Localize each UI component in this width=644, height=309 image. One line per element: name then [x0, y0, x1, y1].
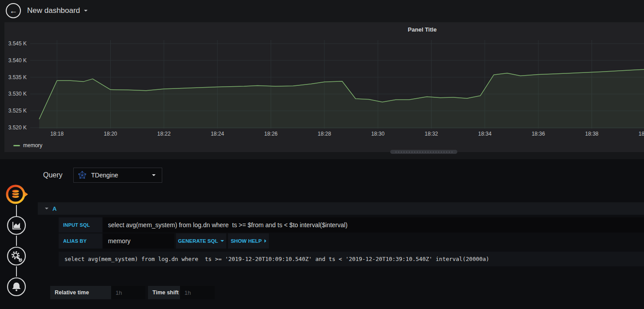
navbar: ← New dashboard [0, 0, 644, 21]
svg-text:18:20: 18:20 [104, 131, 117, 137]
query-ref-collapse[interactable]: A [38, 202, 644, 215]
svg-text:18:38: 18:38 [585, 131, 598, 137]
generate-sql-button[interactable]: GENERATE SQL [176, 233, 226, 249]
svg-text:18:24: 18:24 [211, 131, 224, 137]
legend-item-memory[interactable]: memory [13, 142, 42, 148]
dashboard-area: Panel Title 3.545 K3.540 K3.535 K3.530 K… [0, 21, 644, 159]
tab-connector [16, 205, 17, 217]
time-shift-field[interactable] [180, 286, 215, 299]
panel-resize-handle[interactable] [390, 150, 457, 154]
chevron-right-icon [264, 239, 266, 243]
svg-text:18:30: 18:30 [371, 131, 384, 137]
chevron-down-icon [220, 240, 224, 242]
svg-text:18:32: 18:32 [424, 131, 438, 137]
chevron-down-icon [152, 174, 156, 176]
graph-panel: Panel Title 3.545 K3.540 K3.535 K3.530 K… [4, 22, 644, 152]
svg-text:18:18: 18:18 [50, 131, 64, 137]
tab-connector [16, 236, 17, 246]
sidebar-tab-general[interactable] [7, 246, 26, 266]
generate-sql-label: GENERATE SQL [178, 238, 218, 244]
tab-connector [16, 266, 17, 277]
datasource-picker[interactable]: TDengine [73, 168, 162, 183]
legend-series-dash [13, 145, 20, 146]
back-button[interactable]: ← [6, 3, 21, 18]
back-arrow-icon: ← [9, 6, 17, 16]
input-sql-label: INPUT SQL [59, 217, 102, 233]
query-ref-letter: A [52, 205, 56, 212]
sidebar-tab-alert[interactable] [7, 277, 26, 297]
time-shift-label: Time shift [148, 286, 180, 299]
svg-text:18:26: 18:26 [264, 131, 277, 137]
alias-by-label: ALIAS BY [59, 233, 102, 249]
svg-text:18:34: 18:34 [478, 131, 492, 137]
relative-time-field[interactable] [111, 286, 145, 299]
svg-text:3.530 K: 3.530 K [8, 91, 27, 97]
generated-sql-preview: select avg(mem_system) from log.dn where… [59, 252, 644, 266]
dashboard-title: New dashboard [27, 6, 80, 15]
svg-text:3.545 K: 3.545 K [8, 40, 27, 47]
svg-text:3.525 K: 3.525 K [8, 108, 27, 114]
svg-text:18:22: 18:22 [157, 131, 171, 137]
svg-text:18:28: 18:28 [318, 131, 331, 137]
legend-series-label: memory [23, 142, 42, 148]
svg-text:3.520 K: 3.520 K [8, 124, 27, 131]
alias-by-field[interactable] [103, 233, 174, 249]
chevron-down-icon [84, 10, 88, 12]
dashboard-title-dropdown[interactable]: New dashboard [27, 0, 88, 21]
svg-text:3.540 K: 3.540 K [8, 57, 27, 64]
input-sql-field[interactable] [103, 217, 644, 233]
svg-text:3.535 K: 3.535 K [8, 74, 27, 80]
sidebar-tab-queries[interactable] [5, 183, 28, 205]
query-section-heading: Query [43, 171, 63, 179]
chart-icon [7, 216, 26, 235]
relative-time-label: Relative time [50, 286, 111, 299]
grafana-window: ← New dashboard Panel Title 3.545 K3.540… [0, 0, 644, 309]
svg-text:18:36: 18:36 [532, 131, 545, 137]
bell-icon [7, 277, 26, 297]
drag-dots-icon [396, 152, 452, 152]
database-icon [5, 183, 28, 205]
tdengine-logo-icon [78, 171, 87, 180]
datasource-name: TDengine [91, 172, 152, 179]
timeseries-chart[interactable]: 3.545 K3.540 K3.535 K3.530 K3.525 K3.520… [4, 31, 644, 142]
gear-icon [7, 246, 26, 266]
sidebar-tab-visualization[interactable] [7, 216, 26, 235]
show-help-label: SHOW HELP [231, 238, 262, 244]
svg-text:18:40: 18:40 [639, 131, 644, 137]
panel-editor: Query TDengine A [0, 159, 644, 309]
collapse-caret-icon [45, 208, 48, 209]
show-help-button[interactable]: SHOW HELP [228, 233, 269, 249]
